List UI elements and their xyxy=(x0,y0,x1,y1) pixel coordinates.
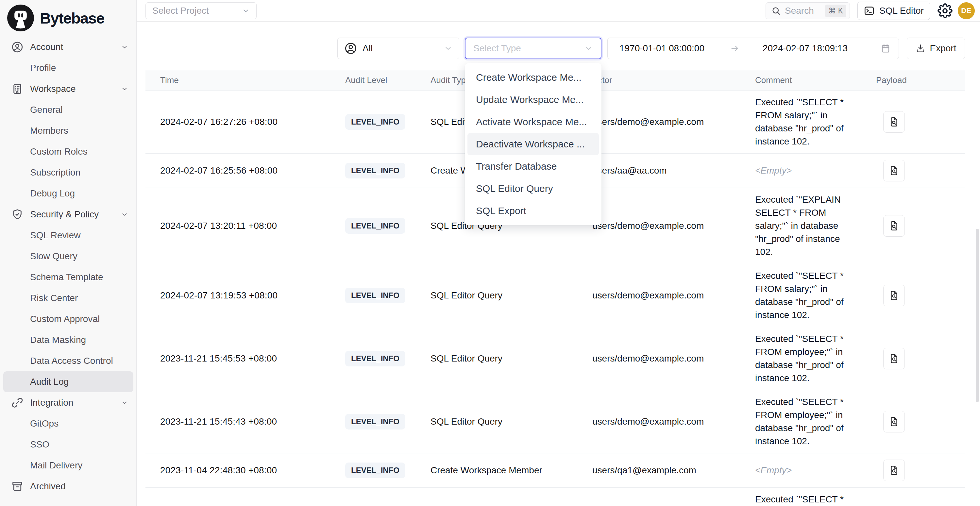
sidebar-item-subscription[interactable]: Subscription xyxy=(3,162,134,183)
payload-view-button[interactable] xyxy=(883,160,905,181)
type-filter-placeholder: Select Type xyxy=(473,43,584,54)
arrow-right-icon xyxy=(730,43,740,53)
sidebar-item-label: Data Access Control xyxy=(30,356,113,366)
dropdown-option-sql-editor-query[interactable]: SQL Editor Query xyxy=(468,178,599,200)
dropdown-option-sql-export[interactable]: SQL Export xyxy=(468,200,599,222)
dropdown-option-create-workspace-member[interactable]: Create Workspace Me... xyxy=(468,66,599,89)
payload-view-button[interactable] xyxy=(883,215,905,237)
table-row: 2023-11-04 22:48:30 +08:00 LEVEL_INFO Cr… xyxy=(145,453,965,488)
chevron-down-icon xyxy=(121,85,128,92)
chevron-down-icon xyxy=(121,399,128,406)
sidebar-item-mail-delivery[interactable]: Mail Delivery xyxy=(3,455,134,476)
sidebar-item-workspace[interactable]: Workspace xyxy=(3,78,134,99)
audit-time: 2023-11-04 22:48:30 +08:00 xyxy=(145,465,345,476)
sidebar-item-custom-roles[interactable]: Custom Roles xyxy=(3,141,134,162)
audit-comment: Executed `"SELECT * FROM salary;"` in da… xyxy=(755,96,860,148)
sidebar-item-label: Schema Template xyxy=(30,272,103,282)
sidebar-item-label: Slow Query xyxy=(30,251,78,261)
payload-view-button[interactable] xyxy=(883,111,905,133)
actor-filter-select[interactable]: All xyxy=(337,38,459,59)
file-search-icon xyxy=(888,290,900,301)
sql-editor-label: SQL Editor xyxy=(879,6,924,16)
search-icon xyxy=(771,6,781,16)
sidebar-item-gitops[interactable]: GitOps xyxy=(3,413,134,434)
sidebar-item-risk-center[interactable]: Risk Center xyxy=(3,288,134,309)
audit-type: Create Workspace Member xyxy=(431,465,592,476)
dropdown-option-transfer-database[interactable]: Transfer Database xyxy=(468,155,599,178)
sidebar-item-sql-review[interactable]: SQL Review xyxy=(3,225,134,246)
project-select[interactable]: Select Project xyxy=(145,2,257,19)
sidebar-item-schema-template[interactable]: Schema Template xyxy=(3,267,134,288)
audit-comment: Executed `"SELECT * FROM department;"` i… xyxy=(755,493,860,506)
sidebar-item-security-policy[interactable]: Security & Policy xyxy=(3,204,134,225)
avatar[interactable]: DE xyxy=(958,2,975,19)
sidebar-item-label: Members xyxy=(30,126,68,136)
table-row: 2024-02-07 13:19:53 +08:00 LEVEL_INFO SQ… xyxy=(145,264,965,327)
payload-view-button[interactable] xyxy=(883,411,905,433)
audit-actor: users/qa1@example.com xyxy=(592,465,755,476)
sidebar-item-label: General xyxy=(30,105,63,115)
search-input[interactable]: Search ⌘ K xyxy=(765,2,850,19)
type-filter-select[interactable]: Select Type xyxy=(465,38,601,59)
chevron-down-icon xyxy=(444,44,452,53)
audit-level-badge: LEVEL_INFO xyxy=(345,218,405,234)
sidebar-item-account[interactable]: Account xyxy=(3,37,134,57)
date-range-picker[interactable]: 1970-01-01 08:00:00 2024-02-07 18:09:13 xyxy=(607,38,899,59)
settings-button[interactable] xyxy=(937,3,953,18)
audit-actor: users/demo@example.com xyxy=(592,353,755,364)
archive-icon xyxy=(11,480,24,493)
export-button[interactable]: Export xyxy=(907,38,965,59)
sidebar-item-general[interactable]: General xyxy=(3,99,134,120)
sidebar-item-label: Audit Log xyxy=(30,377,68,387)
dropdown-option-update-workspace-member[interactable]: Update Workspace Me... xyxy=(468,89,599,111)
sidebar-item-members[interactable]: Members xyxy=(3,120,134,141)
sidebar-item-profile[interactable]: Profile xyxy=(3,57,134,78)
audit-time: 2024-02-07 13:19:53 +08:00 xyxy=(145,290,345,301)
sidebar-item-label: Archived xyxy=(30,481,66,492)
chevron-down-icon xyxy=(242,7,250,15)
chevron-down-icon xyxy=(121,211,128,218)
gear-icon xyxy=(937,3,953,18)
audit-actor: users/aa@aa.com xyxy=(592,165,755,176)
sidebar-nav: Account Profile Workspace General Member… xyxy=(3,37,134,497)
sidebar-item-data-masking[interactable]: Data Masking xyxy=(3,329,134,350)
sidebar-item-label: Custom Approval xyxy=(30,314,100,324)
scrollbar-thumb[interactable] xyxy=(976,229,979,402)
file-search-icon xyxy=(888,116,900,127)
sidebar-item-label: Workspace xyxy=(30,84,76,94)
column-header-audit-level: Audit Level xyxy=(345,75,431,85)
chevron-down-icon xyxy=(121,43,128,51)
sidebar-item-archived[interactable]: Archived xyxy=(3,476,134,497)
sidebar-item-debug-log[interactable]: Debug Log xyxy=(3,183,134,204)
sql-editor-button[interactable]: SQL Editor xyxy=(858,2,930,20)
sidebar-item-data-access-control[interactable]: Data Access Control xyxy=(3,350,134,371)
sidebar-item-custom-approval[interactable]: Custom Approval xyxy=(3,309,134,329)
sidebar-item-label: Mail Delivery xyxy=(30,460,83,471)
download-icon xyxy=(916,43,926,53)
dropdown-option-deactivate-workspace-member[interactable]: Deactivate Workspace ... xyxy=(468,133,599,155)
sidebar-item-slow-query[interactable]: Slow Query xyxy=(3,246,134,267)
date-from-value: 1970-01-01 08:00:00 xyxy=(619,43,705,54)
building-icon xyxy=(11,83,24,95)
sidebar-item-label: GitOps xyxy=(30,418,59,429)
sidebar-item-integration[interactable]: Integration xyxy=(3,392,134,413)
payload-view-button[interactable] xyxy=(883,285,905,306)
avatar-initials: DE xyxy=(961,6,972,15)
dropdown-option-activate-workspace-member[interactable]: Activate Workspace Me... xyxy=(468,111,599,133)
audit-level-badge: LEVEL_INFO xyxy=(345,463,405,478)
terminal-icon xyxy=(864,5,875,16)
actor-filter-value: All xyxy=(363,43,439,54)
table-row: 2023-11-21 15:45:43 +08:00 LEVEL_INFO SQ… xyxy=(145,390,965,453)
sidebar-item-audit-log[interactable]: Audit Log xyxy=(3,371,134,392)
bytebase-logo[interactable]: Bytebase xyxy=(7,5,104,31)
payload-view-button[interactable] xyxy=(883,460,905,481)
topbar: Select Project Search ⌘ K SQL Editor DE xyxy=(137,0,980,22)
audit-comment: Executed `"SELECT * FROM salary;"` in da… xyxy=(755,269,860,321)
payload-view-button[interactable] xyxy=(883,348,905,369)
export-label: Export xyxy=(930,43,956,54)
audit-type: SQL Editor Query xyxy=(431,290,592,301)
audit-level-badge: LEVEL_INFO xyxy=(345,288,405,303)
sidebar-item-label: Debug Log xyxy=(30,188,75,199)
sidebar-item-sso[interactable]: SSO xyxy=(3,434,134,455)
app-window: Bytebase Account Profile Workspace Gener… xyxy=(0,0,980,506)
